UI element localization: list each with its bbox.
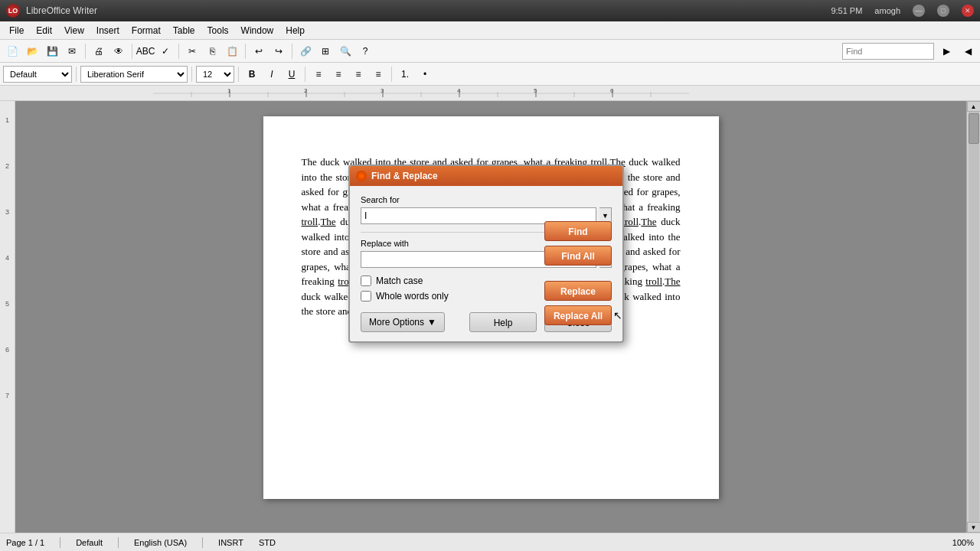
undo-button[interactable]: ↩	[250, 42, 268, 60]
spellcheck-button[interactable]: ABC	[136, 42, 155, 60]
svg-text:4: 4	[457, 87, 461, 94]
whole-words-label: Whole words only	[376, 291, 449, 302]
numbering-button[interactable]: 1.	[396, 65, 414, 83]
whole-words-checkbox[interactable]	[361, 291, 371, 302]
right-buttons: Find Find All Replace Replace All ↖	[544, 221, 612, 325]
status-right: 100%	[952, 538, 974, 547]
menu-view[interactable]: View	[58, 24, 90, 37]
scroll-down-arrow[interactable]: ▼	[967, 522, 981, 533]
ruler-mark-7: 7	[0, 392, 15, 438]
dialog-title-bar[interactable]: Find & Replace	[350, 166, 622, 186]
window-title: LibreOffice Writer	[26, 5, 823, 16]
minimize-button[interactable]: —	[913, 5, 925, 17]
separator-10	[391, 67, 392, 82]
separator-6	[76, 67, 77, 82]
cut-button[interactable]: ✂	[183, 42, 201, 60]
close-button[interactable]: ✕	[962, 5, 974, 17]
align-center-button[interactable]: ≡	[329, 65, 348, 83]
page-info: Page 1 / 1	[6, 538, 44, 547]
status-sep-1	[60, 537, 60, 548]
match-case-checkbox[interactable]	[361, 276, 371, 286]
find-all-button[interactable]: Find All	[544, 246, 612, 266]
scroll-track[interactable]	[969, 112, 979, 522]
menu-format[interactable]: Format	[126, 24, 167, 37]
ruler-mark-3: 3	[0, 208, 15, 254]
align-justify-button[interactable]: ≡	[369, 65, 387, 83]
align-left-button[interactable]: ≡	[309, 65, 328, 83]
troll-link-11: troll	[645, 276, 662, 287]
scroll-thumb[interactable]	[969, 113, 979, 144]
replace-button[interactable]: Replace	[544, 281, 612, 301]
find-toolbar-input[interactable]	[842, 43, 934, 60]
menu-edit[interactable]: Edit	[30, 24, 58, 37]
bullets-button[interactable]: •	[416, 65, 434, 83]
find-prev-button[interactable]: ◀	[959, 42, 977, 60]
ruler-mark-4: 4	[0, 254, 15, 300]
help-button[interactable]: ?	[356, 42, 374, 60]
underline-button[interactable]: U	[283, 65, 301, 83]
maximize-button[interactable]: □	[937, 5, 949, 17]
troll-link-6: troll	[622, 216, 639, 227]
app-icon: LO	[6, 4, 20, 18]
separator-5	[292, 44, 292, 59]
paste-button[interactable]: 📋	[223, 42, 241, 60]
open-button[interactable]: 📂	[23, 42, 41, 60]
dialog-title: Find & Replace	[371, 171, 438, 181]
status-sep-3	[202, 537, 203, 548]
troll-link-11b: The	[665, 276, 680, 287]
menu-window[interactable]: Window	[235, 24, 280, 37]
italic-button[interactable]: I	[263, 65, 281, 83]
redo-button[interactable]: ↪	[270, 42, 288, 60]
fontsize-dropdown[interactable]: 12	[196, 66, 234, 83]
autocorrect-button[interactable]: ✓	[156, 42, 175, 60]
print-preview-button[interactable]: 👁	[109, 42, 128, 60]
vertical-scrollbar[interactable]: ▲ ▼	[966, 101, 980, 533]
insert-hyperlink-button[interactable]: 🔗	[296, 42, 315, 60]
more-options-button[interactable]: More Options ▼	[361, 312, 445, 332]
search-group: Search for ▼	[361, 195, 612, 224]
language-info: English (USA)	[134, 538, 187, 547]
menu-file[interactable]: File	[3, 24, 30, 37]
troll-link-5b: The	[320, 216, 335, 227]
separator-9	[305, 67, 305, 82]
find-toolbar: ▶ ◀	[842, 42, 977, 60]
menu-help[interactable]: Help	[279, 24, 311, 37]
find-button[interactable]: Find	[544, 221, 612, 241]
find-next-button[interactable]: ▶	[937, 42, 956, 60]
separator-3	[178, 44, 179, 59]
replace-all-wrapper: Replace All ↖	[544, 305, 612, 325]
find-replace-dialog: Find & Replace Search for ▼ Replace with…	[348, 165, 624, 343]
zoom-button[interactable]: 🔍	[336, 42, 354, 60]
separator-8	[238, 67, 239, 82]
toolbar-formatting: Default Liberation Serif 12 B I U ≡ ≡ ≡ …	[0, 63, 980, 86]
status-sep-2	[118, 537, 119, 548]
copy-button[interactable]: ⎘	[203, 42, 221, 60]
svg-text:6: 6	[610, 87, 614, 94]
style-dropdown[interactable]: Default	[3, 66, 72, 83]
save-button[interactable]: 💾	[43, 42, 61, 60]
new-button[interactable]: 📄	[3, 42, 21, 60]
menu-tools[interactable]: Tools	[201, 24, 235, 37]
style-info: Default	[76, 538, 103, 547]
title-bar: LO LibreOffice Writer 9:51 PM amogh — □ …	[0, 0, 980, 21]
bold-button[interactable]: B	[243, 65, 261, 83]
menu-insert[interactable]: Insert	[90, 24, 126, 37]
scroll-up-arrow[interactable]: ▲	[967, 101, 981, 112]
status-bar: Page 1 / 1 Default English (USA) INSRT S…	[0, 533, 980, 551]
ruler-mark-2: 2	[0, 162, 15, 208]
svg-text:1: 1	[227, 87, 231, 94]
separator-7	[191, 67, 192, 82]
horizontal-ruler: 1 2 3 4 5 6	[0, 86, 980, 101]
insert-table-button[interactable]: ⊞	[316, 42, 335, 60]
email-button[interactable]: ✉	[63, 42, 81, 60]
help-button[interactable]: Help	[469, 312, 537, 332]
system-icons: 9:51 PM amogh — □ ✕	[823, 5, 974, 17]
menu-table[interactable]: Table	[167, 24, 201, 37]
dialog-body: Search for ▼ Replace with ▼	[350, 186, 622, 341]
more-options-arrow: ▼	[427, 317, 436, 328]
print-button[interactable]: 🖨	[90, 42, 108, 60]
font-dropdown[interactable]: Liberation Serif	[80, 66, 188, 83]
svg-text:3: 3	[381, 87, 384, 94]
replace-all-button[interactable]: Replace All	[544, 305, 612, 325]
align-right-button[interactable]: ≡	[349, 65, 368, 83]
